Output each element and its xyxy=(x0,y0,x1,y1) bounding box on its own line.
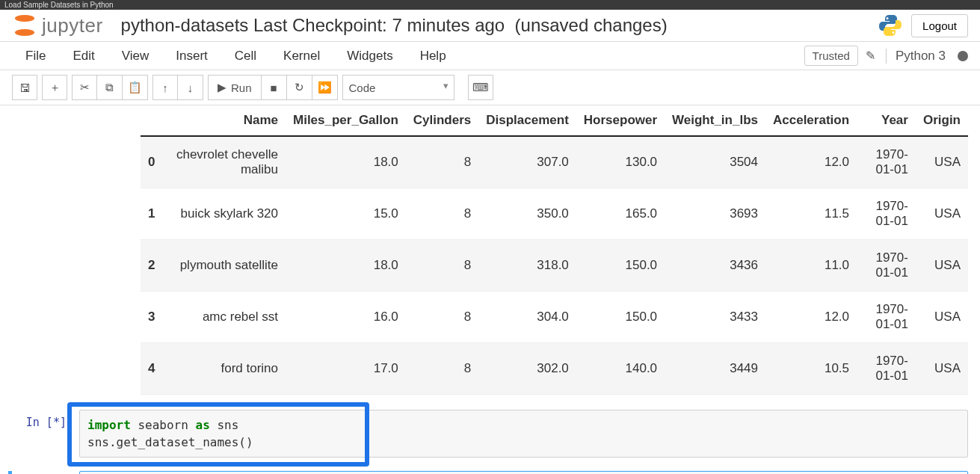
table-cell: 318.0 xyxy=(478,240,576,292)
table-cell: plymouth satellite xyxy=(162,240,286,292)
cell-type-select[interactable]: Code xyxy=(342,75,454,100)
output-table: NameMiles_per_GallonCylindersDisplacemen… xyxy=(141,105,968,395)
column-header: Cylinders xyxy=(406,105,478,136)
title-name: python-datasets xyxy=(121,15,249,35)
menu-insert[interactable]: Insert xyxy=(162,43,221,70)
column-header: Displacement xyxy=(478,105,576,136)
code-input[interactable]: import seaborn as sns sns.get_dataset_na… xyxy=(79,410,968,458)
menu-view[interactable]: View xyxy=(108,43,163,70)
browser-tab: Load Sample Datasets in Python xyxy=(0,0,980,10)
move-down-button[interactable]: ↓ xyxy=(178,75,203,100)
paste-button[interactable]: 📋 xyxy=(123,75,148,100)
table-cell: 165.0 xyxy=(576,188,665,240)
table-row: 1buick skylark 32015.08350.0165.0369311.… xyxy=(141,188,968,240)
table-cell: 150.0 xyxy=(576,292,665,343)
table-cell: 3693 xyxy=(665,188,765,240)
table-cell: USA xyxy=(916,292,968,343)
menu-cell[interactable]: Cell xyxy=(221,43,270,70)
table-row: 0chevrolet chevelle malibu18.08307.0130.… xyxy=(141,136,968,188)
cut-button[interactable]: ✂ xyxy=(72,75,97,100)
run-button[interactable]: ▶Run xyxy=(208,75,262,100)
jupyter-logo-text: jupyter xyxy=(42,14,103,37)
table-cell: 307.0 xyxy=(478,136,576,188)
table-cell: 304.0 xyxy=(478,292,576,343)
table-cell: 12.0 xyxy=(765,136,857,188)
table-cell: 8 xyxy=(406,188,478,240)
pencil-icon[interactable]: ✎ xyxy=(866,49,875,63)
python-icon xyxy=(878,13,902,37)
menu-help[interactable]: Help xyxy=(407,43,460,70)
notebook-title[interactable]: python-datasets Last Checkpoint: 7 minut… xyxy=(121,15,668,36)
table-cell: 1970-01-01 xyxy=(857,292,916,343)
menu-widgets[interactable]: Widgets xyxy=(333,43,406,70)
arrow-up-icon: ↑ xyxy=(162,81,168,94)
table-cell: 1 xyxy=(141,188,162,240)
copy-icon: ⧉ xyxy=(105,81,114,94)
toolbar: 🖫 ＋ ✂ ⧉ 📋 ↑ ↓ ▶Run ■ ↻ ⏩ Code ⌨ xyxy=(0,70,980,105)
stop-icon: ■ xyxy=(271,81,277,94)
menu-file[interactable]: File xyxy=(12,43,59,70)
table-cell: 17.0 xyxy=(286,343,406,395)
table-row: 3amc rebel sst16.08304.0150.0343312.0197… xyxy=(141,292,968,343)
table-cell: 3436 xyxy=(665,240,765,292)
checkpoint-text: Last Checkpoint: 7 minutes ago xyxy=(253,15,505,35)
kernel-name[interactable]: Python 3 xyxy=(886,49,946,64)
code-input[interactable] xyxy=(79,471,968,474)
code-cell-empty[interactable]: In [ ]: xyxy=(8,471,968,474)
table-cell: buick skylark 320 xyxy=(162,188,286,240)
table-cell: 8 xyxy=(406,292,478,343)
input-prompt: In [*]: xyxy=(12,410,79,458)
column-header: Weight_in_lbs xyxy=(665,105,765,136)
scissors-icon: ✂ xyxy=(80,81,90,94)
interrupt-button[interactable]: ■ xyxy=(262,75,287,100)
table-cell: 2 xyxy=(141,240,162,292)
table-cell: 140.0 xyxy=(576,343,665,395)
column-header: Miles_per_Gallon xyxy=(286,105,406,136)
command-palette-button[interactable]: ⌨ xyxy=(468,75,493,100)
restart-button[interactable]: ↻ xyxy=(287,75,312,100)
table-cell: USA xyxy=(916,188,968,240)
table-row: 2plymouth satellite18.08318.0150.0343611… xyxy=(141,240,968,292)
menu-edit[interactable]: Edit xyxy=(59,43,108,70)
run-label: Run xyxy=(231,81,252,94)
move-up-button[interactable]: ↑ xyxy=(152,75,178,100)
trusted-badge[interactable]: Trusted xyxy=(804,46,858,66)
save-icon: 🖫 xyxy=(19,81,31,94)
table-cell: 0 xyxy=(141,136,162,188)
table-cell: 18.0 xyxy=(286,136,406,188)
jupyter-logo[interactable]: jupyter xyxy=(12,13,103,38)
table-cell: 15.0 xyxy=(286,188,406,240)
add-cell-button[interactable]: ＋ xyxy=(42,75,67,100)
column-header: Origin xyxy=(916,105,968,136)
logout-button[interactable]: Logout xyxy=(911,14,968,37)
table-cell: USA xyxy=(916,343,968,395)
save-button[interactable]: 🖫 xyxy=(12,75,37,100)
table-cell: ford torino xyxy=(162,343,286,395)
table-cell: 4 xyxy=(141,343,162,395)
table-cell: 16.0 xyxy=(286,292,406,343)
column-header: Horsepower xyxy=(576,105,665,136)
table-cell: 1970-01-01 xyxy=(857,240,916,292)
play-icon: ▶ xyxy=(218,81,226,94)
table-cell: 11.0 xyxy=(765,240,857,292)
table-cell: 150.0 xyxy=(576,240,665,292)
column-header: Year xyxy=(857,105,916,136)
table-cell: 18.0 xyxy=(286,240,406,292)
copy-button[interactable]: ⧉ xyxy=(97,75,123,100)
fast-forward-icon: ⏩ xyxy=(318,81,332,94)
kernel-busy-icon xyxy=(958,51,968,61)
keyboard-icon: ⌨ xyxy=(472,81,489,94)
table-cell: 3433 xyxy=(665,292,765,343)
table-cell: 130.0 xyxy=(576,136,665,188)
table-cell: 3449 xyxy=(665,343,765,395)
table-cell: 8 xyxy=(406,136,478,188)
table-cell: 8 xyxy=(406,240,478,292)
restart-run-all-button[interactable]: ⏩ xyxy=(312,75,338,100)
arrow-down-icon: ↓ xyxy=(188,81,194,94)
column-header xyxy=(141,105,162,136)
table-cell: 11.5 xyxy=(765,188,857,240)
notebook-area: NameMiles_per_GallonCylindersDisplacemen… xyxy=(0,105,980,474)
plus-icon: ＋ xyxy=(49,81,61,95)
code-cell-running[interactable]: In [*]: import seaborn as sns sns.get_da… xyxy=(12,410,968,458)
menu-kernel[interactable]: Kernel xyxy=(270,43,333,70)
